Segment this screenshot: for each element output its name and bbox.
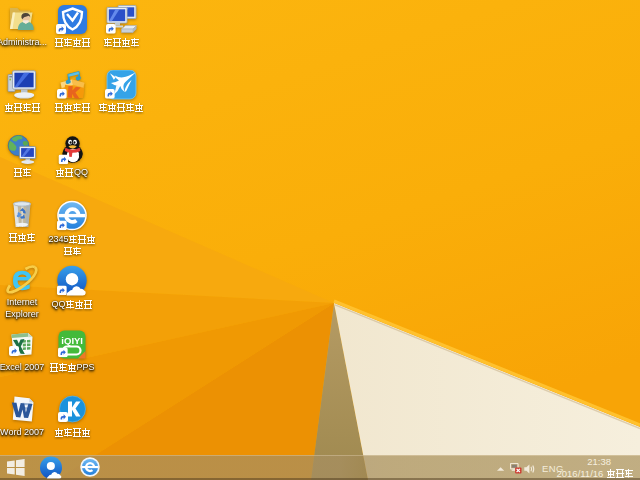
svg-text:iQIYI: iQIYI <box>61 335 83 346</box>
